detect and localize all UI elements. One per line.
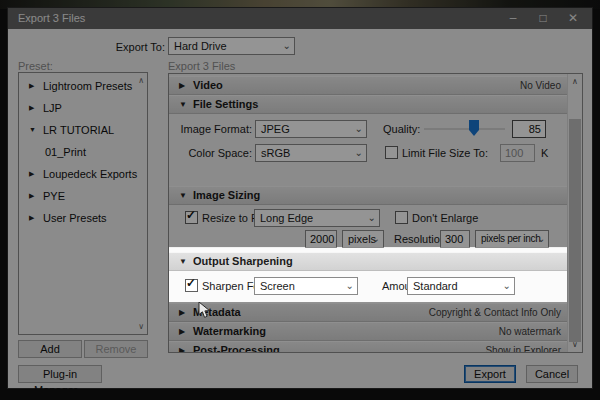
collapsed-arrow-icon: ▶ bbox=[179, 323, 185, 340]
settings-scroll-area: ▶ Video No Video ▼ File Settings Image F… bbox=[168, 73, 583, 353]
quality-slider-track[interactable] bbox=[424, 128, 505, 130]
collapsed-arrow-icon[interactable]: ▶ bbox=[29, 163, 41, 185]
image-format-dropdown[interactable]: JPEG ⌄ bbox=[255, 120, 367, 138]
sharpen-for-dropdown[interactable]: Screen ⌄ bbox=[254, 277, 358, 295]
sharpen-for-checkbox[interactable]: ✓ bbox=[185, 279, 198, 292]
resize-to-fit-checkbox[interactable]: ✓ bbox=[185, 211, 198, 224]
size-value-field[interactable]: 2000 bbox=[305, 230, 337, 248]
expanded-arrow-icon[interactable]: ▼ bbox=[29, 119, 41, 141]
window-title: Export 3 Files bbox=[18, 8, 85, 29]
resolution-unit-dropdown[interactable]: pixels per inch ⌄ bbox=[475, 230, 549, 248]
section-header-image-sizing[interactable]: ▼ Image Sizing bbox=[169, 186, 567, 205]
chevron-down-icon: ⌄ bbox=[355, 121, 363, 137]
check-icon: ✓ bbox=[186, 276, 196, 290]
settings-panel-label: Export 3 Files bbox=[168, 60, 235, 72]
expanded-arrow-icon: ▼ bbox=[179, 253, 187, 270]
export-button[interactable]: Export bbox=[464, 365, 516, 383]
resolution-value-field[interactable]: 300 bbox=[440, 230, 470, 248]
preset-item-lr-tutorial[interactable]: ▼ LR TUTORIAL bbox=[19, 119, 147, 141]
section-header-output-sharpening[interactable]: ▼ Output Sharpening bbox=[169, 252, 567, 271]
chevron-down-icon: ⌄ bbox=[283, 38, 291, 54]
collapsed-arrow-icon: ▶ bbox=[179, 77, 185, 94]
chevron-down-icon: ⌄ bbox=[537, 231, 545, 247]
chevron-down-icon: ⌄ bbox=[346, 278, 354, 294]
plugin-manager-button[interactable]: Plug-in Manager... bbox=[18, 365, 102, 383]
expanded-arrow-icon: ▼ bbox=[179, 187, 187, 204]
preset-item-user-presets[interactable]: ▶ User Presets bbox=[19, 207, 147, 229]
limit-file-size-checkbox[interactable] bbox=[385, 146, 398, 159]
export-to-dropdown[interactable]: Hard Drive ⌄ bbox=[168, 37, 295, 55]
color-space-dropdown[interactable]: sRGB ⌄ bbox=[255, 144, 367, 162]
chevron-down-icon: ⌄ bbox=[503, 278, 511, 294]
scroll-down-icon[interactable]: ∨ bbox=[138, 322, 144, 331]
resize-to-fit-dropdown[interactable]: Long Edge ⌄ bbox=[254, 209, 380, 227]
preset-item-lightroom-presets[interactable]: ▶ Lightroom Presets bbox=[19, 75, 147, 97]
chevron-down-icon: ⌄ bbox=[368, 210, 376, 226]
limit-file-size-label: Limit File Size To: bbox=[402, 147, 488, 159]
preset-item-loupedeck-exports[interactable]: ▶ Loupedeck Exports bbox=[19, 163, 147, 185]
preset-list: ∧ ▶ Lightroom Presets ▶ LJP ▼ LR TUTORIA… bbox=[18, 72, 148, 335]
expanded-arrow-icon: ▼ bbox=[179, 96, 187, 113]
close-icon[interactable]: ✕ bbox=[558, 8, 588, 29]
collapsed-arrow-icon[interactable]: ▶ bbox=[29, 185, 41, 207]
dont-enlarge-label: Don't Enlarge bbox=[412, 212, 478, 224]
video-status: No Video bbox=[520, 77, 561, 94]
settings-scrollbar[interactable]: ∧ ∨ bbox=[567, 74, 582, 352]
preset-item-pye[interactable]: ▶ PYE bbox=[19, 185, 147, 207]
section-header-watermarking[interactable]: ▶ Watermarking No watermark bbox=[169, 322, 567, 341]
metadata-status: Copyright & Contact Info Only bbox=[429, 304, 561, 321]
chevron-down-icon: ⌄ bbox=[372, 231, 380, 247]
limit-file-size-field[interactable]: 100 bbox=[500, 144, 535, 162]
preset-item-ljp[interactable]: ▶ LJP bbox=[19, 97, 147, 119]
dont-enlarge-checkbox[interactable] bbox=[395, 211, 408, 224]
scroll-up-icon[interactable]: ∧ bbox=[568, 77, 582, 86]
limit-unit-label: K bbox=[541, 147, 548, 159]
quality-slider-thumb[interactable] bbox=[469, 120, 479, 136]
post-processing-status: Show in Explorer bbox=[485, 342, 561, 353]
section-header-video[interactable]: ▶ Video No Video bbox=[169, 76, 567, 95]
image-format-label: Image Format: bbox=[179, 123, 252, 135]
maximize-icon[interactable]: □ bbox=[528, 8, 558, 29]
color-space-label: Color Space: bbox=[179, 147, 252, 159]
preset-item-01-print[interactable]: 01_Print bbox=[19, 141, 147, 163]
export-dialog: Export 3 Files – □ ✕ Export To: Hard Dri… bbox=[8, 8, 592, 388]
section-header-file-settings[interactable]: ▼ File Settings bbox=[169, 95, 567, 114]
output-sharpening-section: ▼ Output Sharpening ✓ Sharpen For: Scree… bbox=[169, 248, 567, 303]
title-bar[interactable]: Export 3 Files – □ ✕ bbox=[8, 8, 592, 29]
amount-dropdown[interactable]: Standard ⌄ bbox=[407, 277, 515, 295]
collapsed-arrow-icon[interactable]: ▶ bbox=[29, 207, 41, 229]
add-button[interactable]: Add bbox=[18, 340, 82, 358]
quality-value-field[interactable]: 85 bbox=[512, 120, 546, 138]
remove-button[interactable]: Remove bbox=[84, 340, 148, 358]
section-header-metadata[interactable]: ▶ Metadata Copyright & Contact Info Only bbox=[169, 303, 567, 322]
collapsed-arrow-icon[interactable]: ▶ bbox=[29, 97, 41, 119]
export-to-label: Export To: bbox=[68, 41, 165, 53]
section-header-post-processing[interactable]: ▶ Post-Processing Show in Explorer bbox=[169, 341, 567, 353]
chevron-down-icon: ⌄ bbox=[355, 145, 363, 161]
scroll-down-icon[interactable]: ∨ bbox=[568, 340, 582, 349]
size-unit-dropdown[interactable]: pixels ⌄ bbox=[342, 230, 384, 248]
collapsed-arrow-icon[interactable]: ▶ bbox=[29, 75, 41, 97]
check-icon: ✓ bbox=[186, 208, 196, 222]
cancel-button[interactable]: Cancel bbox=[526, 365, 578, 383]
scrollbar-thumb[interactable] bbox=[569, 119, 581, 342]
collapsed-arrow-icon: ▶ bbox=[179, 304, 185, 321]
quality-label: Quality: bbox=[383, 123, 420, 135]
minimize-icon[interactable]: – bbox=[498, 8, 528, 29]
mouse-cursor-icon bbox=[198, 302, 212, 323]
preset-label: Preset: bbox=[18, 60, 53, 72]
watermarking-status: No watermark bbox=[499, 323, 561, 340]
collapsed-arrow-icon: ▶ bbox=[179, 342, 185, 353]
